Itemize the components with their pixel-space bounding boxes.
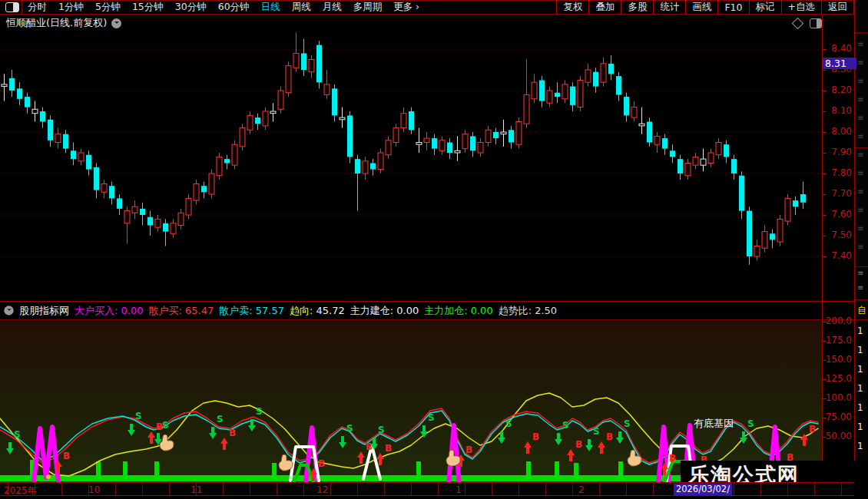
period-tab-多周期[interactable]: 多周期 <box>353 1 383 14</box>
period-tab-5分钟[interactable]: 5分钟 <box>95 1 121 14</box>
week-tick <box>814 483 815 495</box>
signal-bar <box>123 461 128 480</box>
period-tab-周线[interactable]: 周线 <box>292 1 311 14</box>
sell-arrow-icon <box>740 431 747 444</box>
candle-body <box>332 88 337 115</box>
axis-tick <box>822 437 827 438</box>
indicator-axis-label: 125.0 <box>823 373 852 384</box>
period-tab-30分钟[interactable]: 30分钟 <box>175 1 207 14</box>
orange-dot <box>46 474 51 479</box>
candle-body <box>232 144 237 165</box>
indicator-header: 股朋指标网 大户买入: 0.00散户买: 65.47散户卖: 57.57趋向: … <box>0 302 818 319</box>
buy-letter: B <box>385 443 392 454</box>
period-tab-日线[interactable]: 日线 <box>261 1 280 14</box>
price-label: 8.40 <box>823 43 852 54</box>
indicator-axis: 200.0175.0150.0125.0100.075.0050.00 <box>823 321 854 482</box>
candle-body <box>601 64 606 82</box>
strip-mark: ≡ <box>857 283 863 292</box>
price-label: 8.00 <box>823 126 852 137</box>
price-label: 8.20 <box>823 84 852 95</box>
strip-mark: ≡ <box>857 58 863 67</box>
right-quote-strip[interactable]: ≡≡≡≡≡≡≡≡≡≡≡≡≡≡自11111111 <box>854 0 868 499</box>
date-label-2: 2 <box>578 484 585 495</box>
candle-body <box>309 60 314 72</box>
candle-body <box>777 219 783 242</box>
candle-body <box>762 232 767 249</box>
candle-body <box>340 117 345 120</box>
chevron-down-icon[interactable] <box>111 18 121 28</box>
buy-letter: B <box>532 431 539 442</box>
candle-body <box>662 138 668 149</box>
strip-quote-digit: 1 <box>857 421 863 432</box>
buy-letter: B <box>366 441 373 452</box>
candle-body <box>485 130 491 142</box>
candle-body <box>63 134 68 149</box>
strip-mark: ≡ <box>857 114 863 122</box>
toolbar-button-复权[interactable]: 复权 <box>556 0 588 14</box>
panel-toggle-icon[interactable] <box>810 18 822 28</box>
buy-arrow-icon <box>524 441 532 454</box>
indicator-number: 65.47 <box>182 305 214 316</box>
window-layout-icon[interactable] <box>5 2 19 12</box>
candle-body <box>455 150 460 153</box>
candle-body <box>439 140 445 151</box>
indicator-axis-label: 50.00 <box>823 431 852 441</box>
candle-body <box>547 91 552 103</box>
period-tab-更多 ›[interactable]: 更多 › <box>393 1 419 14</box>
stock-title: 恒顺醋业(日线.前复权) <box>6 16 107 30</box>
period-tab-60分钟[interactable]: 60分钟 <box>218 1 250 14</box>
indicator-number: 0.00 <box>118 305 143 316</box>
toolbar-button-叠加[interactable]: 叠加 <box>588 0 621 14</box>
indicator-value-散户买: 散户买: 65.47 <box>148 304 214 318</box>
strip-mark: ≡ <box>857 206 863 214</box>
date-axis[interactable]: 2025年101112122026/03/02/一 <box>0 482 854 496</box>
candle-body <box>708 153 714 164</box>
week-tick <box>599 483 600 495</box>
toolbar-button-返回[interactable]: 返回 <box>821 0 854 14</box>
toolbar-button-标记[interactable]: 标记 <box>749 0 781 14</box>
indicator-label: 散户买: <box>148 305 181 316</box>
date-label-10: 10 <box>88 484 100 495</box>
candle-body <box>639 124 644 126</box>
candle-body <box>770 233 775 240</box>
price-label: 7.80 <box>823 167 852 178</box>
period-tab-月线[interactable]: 月线 <box>323 1 342 14</box>
sell-letter: S <box>217 414 224 425</box>
signal-bar <box>618 461 623 480</box>
toolbar-button-统计[interactable]: 统计 <box>653 0 685 14</box>
sell-letter: S <box>378 425 385 435</box>
candle-body <box>624 97 629 115</box>
period-tab-分时[interactable]: 分时 <box>28 1 47 14</box>
indicator-source: 股朋指标网 <box>19 304 69 318</box>
period-tab-1分钟[interactable]: 1分钟 <box>58 1 84 14</box>
strip-quote-digit: 1 <box>857 402 863 413</box>
candle-body <box>278 91 283 109</box>
indicator-label: 散户卖: <box>219 305 252 316</box>
candle-body <box>347 115 353 157</box>
candle-body <box>247 115 253 130</box>
candle-body <box>555 93 560 97</box>
date-label-1: 1 <box>456 484 462 495</box>
strip-quote-digit: 1 <box>857 364 863 375</box>
toolbar-button-多股[interactable]: 多股 <box>621 0 653 14</box>
diamond-icon[interactable] <box>792 17 804 29</box>
candle-body <box>785 198 790 221</box>
price-label: 7.60 <box>823 209 852 220</box>
toolbar-button-F10[interactable]: F10 <box>717 0 748 14</box>
period-tab-15分钟[interactable]: 15分钟 <box>132 1 164 14</box>
candle-body <box>539 81 545 101</box>
strip-divider <box>855 299 868 300</box>
week-tick <box>330 483 331 495</box>
sell-arrow-icon <box>555 433 562 445</box>
candle-body <box>670 150 675 157</box>
candle-body <box>478 143 483 154</box>
candle-body <box>316 45 322 83</box>
candle-body <box>647 122 652 143</box>
toolbar-button-画线[interactable]: 画线 <box>685 0 717 14</box>
sell-letter: S <box>624 418 631 429</box>
chevron-down-icon[interactable] <box>4 306 13 315</box>
toolbar-button-+自选[interactable]: +自选 <box>781 0 821 14</box>
sell-letter: S <box>428 412 435 423</box>
indicator-axis-label: 150.0 <box>823 354 852 365</box>
strip-mark: ≡ <box>857 187 863 196</box>
